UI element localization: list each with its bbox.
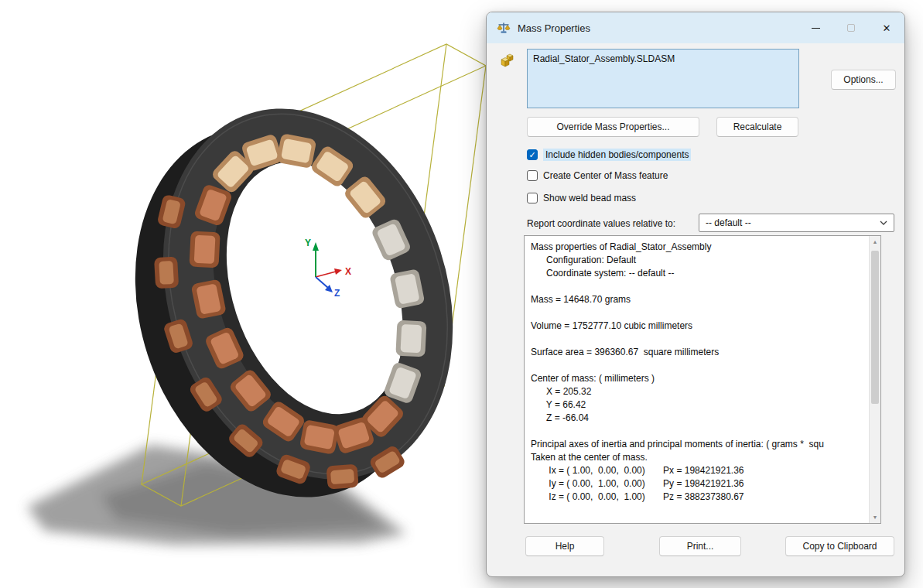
selected-document[interactable]: Radial_Stator_Assembly.SLDASM [528,50,798,68]
results-scrollbar[interactable]: ▲ ▼ [869,236,880,523]
scrollbar-up-button[interactable]: ▲ [870,236,880,248]
close-button[interactable]: ✕ [869,12,904,43]
override-mass-properties-button[interactable]: Override Mass Properties... [527,117,699,137]
dialog-title: Mass Properties [518,22,590,34]
check-icon: ✓ [528,150,535,160]
scrollbar-thumb[interactable] [871,251,879,404]
solidworks-graphics-area: Y X Z Mass Properties [0,0,923,588]
z-axis-label: Z [334,288,340,299]
copy-to-clipboard-button[interactable]: Copy to Clipboard [785,536,894,556]
checkbox-label[interactable]: Include hidden bodies/components [543,149,691,161]
x-axis-label: X [345,266,351,277]
checkbox-box[interactable]: ✓ [527,193,538,203]
help-button[interactable]: Help [525,536,604,556]
mass-properties-dialog: Mass Properties ✕ Radial_Stator_Assembly… [486,12,905,577]
selection-listbox[interactable]: Radial_Stator_Assembly.SLDASM [527,49,799,108]
checkbox-label[interactable]: Show weld bead mass [543,193,636,203]
minimize-button[interactable] [798,12,833,43]
checkbox-box[interactable]: ✓ [527,170,538,181]
dialog-titlebar[interactable]: Mass Properties ✕ [487,12,904,43]
maximize-button [833,12,869,43]
print-button[interactable]: Print... [659,536,741,556]
options-button[interactable]: Options... [831,70,896,90]
recalculate-button[interactable]: Recalculate [716,117,798,137]
dialog-body: Radial_Stator_Assembly.SLDASM Options...… [487,43,904,576]
checkbox-show-weld-bead-mass[interactable]: ✓ Show weld bead mass [527,193,636,203]
scrollbar-down-button[interactable]: ▼ [870,511,880,523]
mass-properties-results-panel: Mass properties of Radial_Stator_Assembl… [524,235,881,524]
checkbox-label[interactable]: Create Center of Mass feature [543,170,668,181]
report-coordinates-dropdown[interactable]: -- default -- [699,214,894,232]
assembly-icon [500,53,517,68]
dropdown-selected-value: -- default -- [706,217,751,228]
checkbox-box[interactable]: ✓ [527,149,538,160]
chevron-down-icon [880,220,887,225]
mass-properties-scale-icon [497,21,511,35]
y-axis-label: Y [305,238,311,248]
maximize-icon [847,24,855,32]
close-icon: ✕ [883,22,891,34]
checkbox-include-hidden[interactable]: ✓ Include hidden bodies/components [527,149,691,161]
results-text[interactable]: Mass properties of Radial_Stator_Assembl… [525,236,869,523]
checkbox-create-center-of-mass[interactable]: ✓ Create Center of Mass feature [527,170,668,181]
minimize-icon [812,28,820,29]
report-coordinates-label: Report coordinate values relative to: [527,218,675,229]
